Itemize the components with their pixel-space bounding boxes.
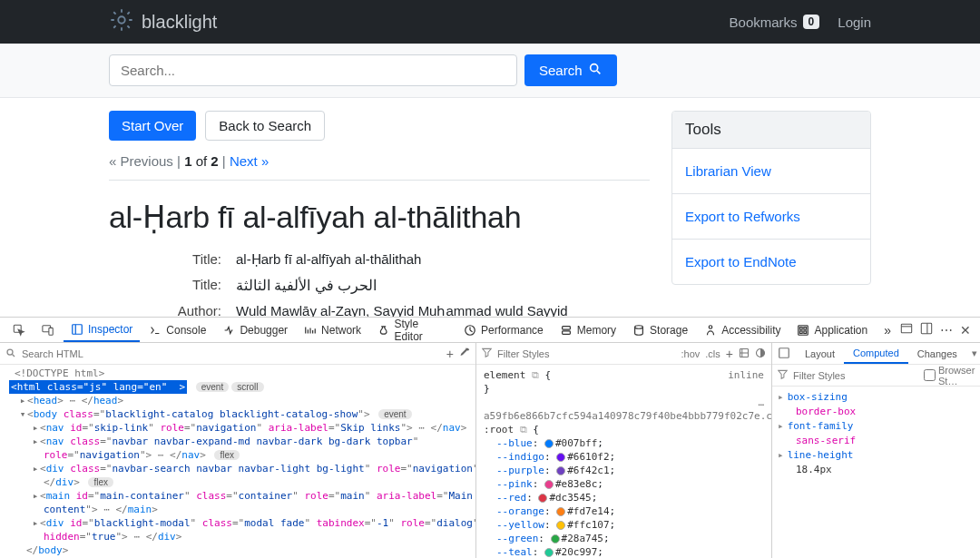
search-button-label: Search [539,63,583,78]
field-value: al-Ḥarb fī al-alfīyah al-thālithah [236,251,650,268]
record-title: al-Ḥarb fī al-alfīyah al-thālithah [109,199,650,235]
brand-icon [109,7,134,37]
devtools-tab-application[interactable]: Application [789,318,875,319]
brand-label: blacklight [142,12,217,33]
bookmarks-link[interactable]: Bookmarks 0 [730,15,820,30]
topbar: blacklight Bookmarks 0 Login [0,0,980,44]
devtools-tab-network[interactable]: Network [297,318,368,319]
main-column: Start Over Back to Search « Previous | 1… [109,111,650,319]
bookmarks-label: Bookmarks [730,15,798,30]
devtools-tab-accessibility[interactable]: Accessibility [697,318,788,319]
action-row: Start Over Back to Search [109,111,650,141]
field-label: Title: [109,277,236,294]
devtools-overflow[interactable]: » [877,318,898,319]
side-column: Tools Librarian ViewExport to RefworksEx… [671,111,871,319]
login-link[interactable]: Login [838,15,871,30]
pager-of: of [196,153,208,169]
search-icon [588,62,603,79]
start-over-button[interactable]: Start Over [109,111,196,141]
searchbar: Search [0,44,980,98]
devtools-tab-performance[interactable]: Performance [456,318,551,319]
bookmarks-count: 0 [803,15,820,29]
search-button[interactable]: Search [524,54,617,86]
devtools-tab-style-editor[interactable]: Style Editor [370,318,455,319]
devtools-tab-memory[interactable]: Memory [553,318,623,319]
tools-link[interactable]: Librarian View [672,149,870,194]
svg-point-1 [590,64,597,72]
pager-prev: « Previous [109,153,173,169]
pager-next[interactable]: Next » [230,153,269,169]
devtools-tab-console[interactable]: Console [142,318,213,319]
devtools-rdm[interactable] [34,318,62,319]
tools-links: Librarian ViewExport to RefworksExport t… [672,149,870,284]
devtools-picker[interactable] [5,318,33,319]
pager: « Previous | 1 of 2 | Next » [109,153,650,169]
topbar-right: Bookmarks 0 Login [730,15,871,30]
brand[interactable]: blacklight [109,7,217,37]
devtools-tab-inspector[interactable]: Inspector [64,318,140,319]
devtools-tab-storage[interactable]: Storage [625,318,695,319]
pager-pos: 1 [184,153,191,169]
divider [109,180,650,181]
tools-header: Tools [672,112,870,149]
field-label: Title: [109,251,236,268]
page: Start Over Back to Search « Previous | 1… [0,98,980,319]
devtools-tabs: InspectorConsoleDebuggerNetworkStyle Edi… [0,318,980,319]
tools-box: Tools Librarian ViewExport to RefworksEx… [671,111,871,285]
tools-link[interactable]: Export to Refworks [672,194,870,240]
svg-point-0 [118,16,124,23]
field-value: الحرب في الألفية الثالثة [236,277,650,294]
tools-link[interactable]: Export to EndNote [672,240,870,284]
pager-total: 2 [211,153,218,169]
search-input[interactable] [109,54,517,86]
devtools-tab-debugger[interactable]: Debugger [215,318,295,319]
devtools: InspectorConsoleDebuggerNetworkStyle Edi… [0,317,980,319]
record-metadata: Title:al-Ḥarb fī al-alfīyah al-thālithah… [109,251,650,319]
back-to-search-button[interactable]: Back to Search [205,111,325,141]
